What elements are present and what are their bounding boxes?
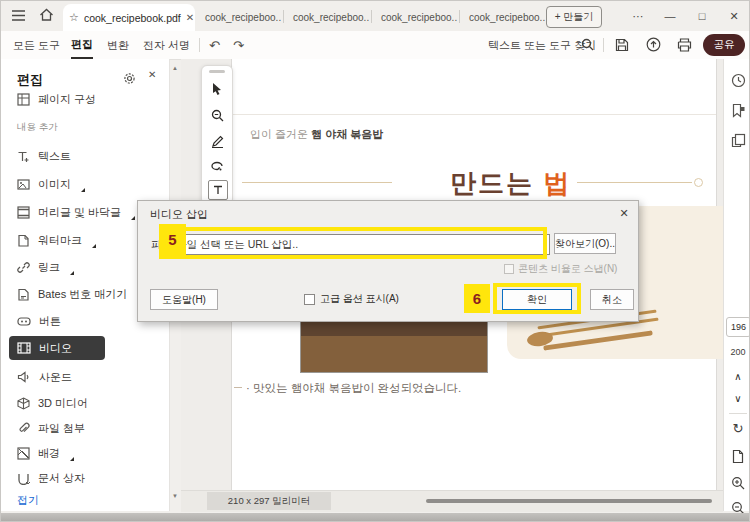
3d-cube-icon [17, 397, 30, 410]
menu-all-tools[interactable]: 모든 도구 [13, 31, 60, 59]
recipe-caption: · 맛있는 햄야채 볶음밥이 완성되었습니다. [246, 381, 461, 396]
lasso-tool-icon[interactable] [206, 156, 228, 178]
pages-copy-icon[interactable] [729, 131, 747, 149]
submenu-indicator [70, 271, 74, 275]
hamburger-menu-icon[interactable] [11, 9, 26, 22]
horizontal-scrollbar[interactable] [426, 499, 712, 503]
titlebar: ☆ cook_recipebook.pdf ✕ cook_recipeboo..… [1, 1, 750, 31]
sidebar-item-background[interactable]: 배경 [9, 441, 161, 465]
tab-1[interactable]: cook_recipeboo.. [197, 7, 296, 27]
advanced-label: 고급 옵션 표시(A) [320, 292, 399, 306]
print-icon[interactable] [677, 38, 692, 52]
rotate-refresh-icon[interactable]: ↻ [724, 421, 750, 436]
tab-separator [371, 10, 372, 23]
tab-separator [283, 10, 284, 23]
close-button[interactable]: ✕ [723, 5, 745, 27]
text-icon [17, 150, 30, 163]
tab-overflow-button[interactable]: ⋯ [627, 5, 649, 27]
tab-3[interactable]: cook_recipeboo.. [373, 7, 472, 27]
sidebar-item-image[interactable]: 이미지 [9, 172, 161, 196]
search-icon[interactable] [581, 38, 594, 51]
share-button[interactable]: 공유 [703, 34, 745, 56]
cancel-button[interactable]: 취소 [590, 289, 634, 310]
search-label[interactable]: 텍스트 또는 도구 찾기 [488, 31, 596, 59]
undo-icon[interactable]: ↶ [209, 31, 220, 59]
bookmark-flag-icon[interactable] [729, 101, 747, 119]
tab-2[interactable]: cook_recipeboo.. [285, 7, 384, 27]
submenu-indicator [81, 188, 85, 192]
sidebar-scroll-down-icon[interactable]: ▼ [170, 493, 180, 499]
redo-icon[interactable]: ↷ [233, 31, 244, 59]
create-button[interactable]: + 만들기 [546, 6, 602, 28]
sidebar-scroll-up-icon[interactable]: ▲ [170, 65, 180, 71]
minimize-button[interactable]: — [659, 5, 681, 27]
submenu-indicator [70, 457, 74, 461]
page-view-icon[interactable] [729, 447, 747, 465]
heading-rule-right [577, 182, 692, 183]
menu-convert[interactable]: 변환 [107, 31, 129, 59]
activity-clock-icon[interactable] [729, 71, 747, 89]
dialog-title: 비디오 삽입 [150, 207, 208, 222]
home-icon[interactable] [39, 8, 54, 22]
help-button[interactable]: 도움말(H) [150, 289, 218, 310]
menu-edit[interactable]: 편집 [71, 31, 93, 59]
sidebar-item-3d-media[interactable]: 3D 미디어 [9, 391, 161, 415]
page-number-input[interactable]: 196 [726, 317, 750, 337]
page-total-label: 200 [724, 347, 750, 357]
select-tool-icon[interactable] [206, 78, 228, 100]
snap-checkbox [504, 264, 514, 274]
statusbar: 210 x 297 밀리미터 [181, 490, 723, 512]
maximize-button[interactable]: □ [691, 5, 713, 27]
zoom-in-icon[interactable] [729, 474, 747, 492]
sidebar-item-sound[interactable]: 사운드 [9, 365, 161, 389]
pen-tool-icon[interactable] [206, 130, 228, 152]
menubar: 모든 도구 편집 변환 전자 서명 ↶ ↷ 텍스트 또는 도구 찾기 공유 [1, 31, 750, 60]
advanced-checkbox[interactable] [304, 294, 315, 305]
sidebar-item-page-organize[interactable]: 페이지 구성 [9, 87, 161, 111]
browse-button[interactable]: 찾아보기(O).. [554, 233, 616, 254]
add-text-tool-icon[interactable] [208, 180, 228, 200]
video-icon [17, 342, 31, 354]
button-icon [17, 315, 31, 328]
star-icon[interactable]: ☆ [69, 11, 79, 24]
step5-highlight-box [159, 227, 547, 259]
save-icon[interactable] [615, 38, 629, 52]
menu-esign[interactable]: 전자 서명 [143, 31, 190, 59]
advanced-option[interactable]: 고급 옵션 표시(A) [304, 292, 399, 306]
list-tick [234, 387, 242, 388]
panel-close-icon[interactable]: ✕ [148, 69, 156, 80]
sidebar-item-text[interactable]: 텍스트 [9, 144, 161, 168]
header-footer-icon [17, 206, 30, 219]
right-rail: 196 200 ∧ ∨ ↻ [723, 59, 750, 511]
sound-icon [17, 371, 31, 383]
document-box-icon [17, 472, 30, 485]
sidebar-section-label: 내용 추가 [17, 121, 58, 134]
sidebar-item-file-attachment[interactable]: 파일 첨부 [9, 416, 161, 440]
quick-tools [201, 65, 233, 205]
heading-rule-left [242, 182, 392, 183]
collapse-link[interactable]: 접기 [17, 493, 39, 508]
submenu-indicator [131, 216, 135, 220]
upload-icon[interactable] [646, 37, 661, 52]
page-organize-icon [17, 93, 30, 106]
recipe-subtitle-bold: 햄 야채 볶음밥 [311, 128, 383, 140]
tab-close-icon[interactable]: ✕ [186, 12, 194, 23]
drag-handle[interactable] [209, 70, 225, 73]
page-up-icon[interactable]: ∧ [724, 371, 750, 382]
gear-icon[interactable] [123, 72, 136, 85]
recipe-subtitle: 입이 즐거운 햄 야채 볶음밥 [250, 127, 383, 142]
image-icon [17, 178, 30, 191]
tab-active[interactable]: ☆ cook_recipebook.pdf ✕ [63, 4, 195, 31]
zoom-tool-icon[interactable] [206, 104, 228, 126]
snap-label: 콘텐츠 비율로 스냅(N) [518, 262, 617, 276]
step6-highlight-box [493, 283, 581, 314]
bates-icon [17, 288, 30, 301]
sidebar-item-document-box[interactable]: 문서 상자 [9, 466, 161, 490]
sidebar-item-video[interactable]: 비디오 [9, 336, 105, 360]
page-down-icon[interactable]: ∨ [724, 393, 750, 404]
step5-badge: 5 [159, 224, 186, 255]
divider [199, 38, 200, 52]
page-size-label: 210 x 297 밀리미터 [207, 492, 331, 510]
dialog-close-icon[interactable]: ✕ [614, 204, 634, 222]
link-icon [17, 261, 30, 274]
